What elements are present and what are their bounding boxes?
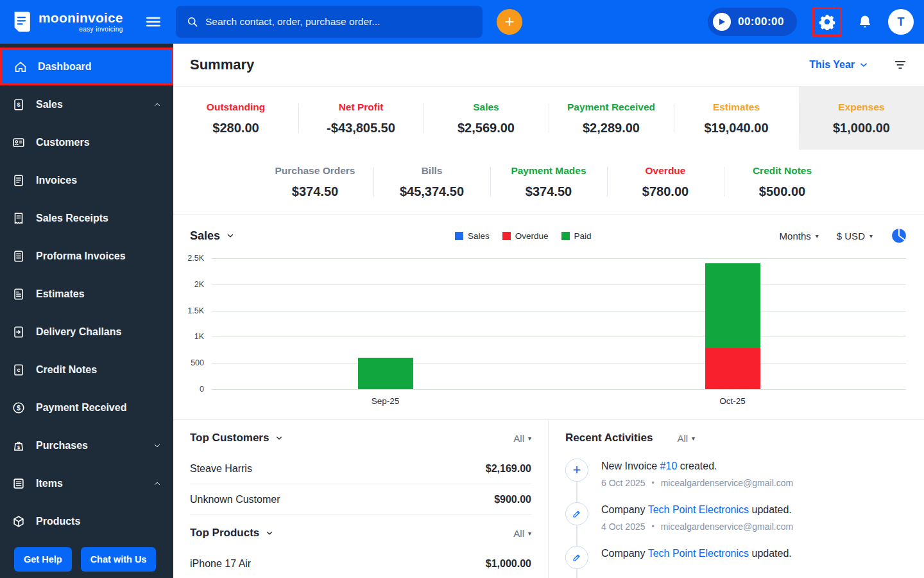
summary-cards: Outstanding$280.00Net Profit-$43,805.50S… <box>173 87 924 215</box>
top-customer-row[interactable]: Unknown Customer$900.00 <box>190 484 531 515</box>
settings-button[interactable] <box>812 7 842 37</box>
sidebar-item-label: Invoices <box>36 175 77 186</box>
hamburger-menu-icon[interactable] <box>145 13 162 30</box>
summary-card-label: Credit Notes <box>753 165 812 177</box>
sidebar-item-dashboard[interactable]: Dashboard <box>0 48 173 85</box>
activity-text: Company Tech Point Electronics updated. <box>601 546 792 569</box>
legend-swatch <box>455 232 463 240</box>
activity-date: 4 Oct 2025 <box>601 521 646 532</box>
pencil-icon <box>565 502 588 525</box>
chart-title: Sales <box>190 229 220 243</box>
get-help-button[interactable]: Get Help <box>14 547 72 572</box>
summary-row-1: Outstanding$280.00Net Profit-$43,805.50S… <box>173 87 924 150</box>
sidebar-item-label: Customers <box>36 137 90 148</box>
top-customers-list: Steave Harris$2,169.00Unknown Customer$9… <box>190 453 531 515</box>
sidebar-item-sales-receipts[interactable]: Sales Receipts <box>0 199 173 237</box>
top-customers-title-dropdown[interactable]: Top Customers <box>190 432 284 444</box>
recent-activities-filter[interactable]: All▾ <box>677 433 695 444</box>
summary-card-credit-notes[interactable]: Credit Notes$500.00 <box>724 150 841 214</box>
summary-card-outstanding[interactable]: Outstanding$280.00 <box>173 87 298 150</box>
top-customers-filter[interactable]: All▾ <box>513 433 531 444</box>
pie-chart-toggle-icon[interactable] <box>891 227 907 244</box>
activity-text: Company Tech Point Electronics updated.4… <box>601 502 793 532</box>
chevron-down-icon <box>859 60 869 70</box>
time-tracker[interactable]: 00:00:00 <box>708 8 797 36</box>
quick-add-button[interactable]: + <box>497 9 522 35</box>
sidebar-item-invoices[interactable]: Invoices <box>0 161 173 199</box>
summary-card-payment-mades[interactable]: Payment Mades$374.50 <box>490 150 607 214</box>
sidebar-item-customers[interactable]: Customers <box>0 123 173 161</box>
top-products-title-dropdown[interactable]: Top Products <box>190 527 274 539</box>
sidebar-item-sales[interactable]: $Sales <box>0 85 173 123</box>
sidebar-item-proforma-invoices[interactable]: Proforma Invoices <box>0 237 173 275</box>
sidebar-item-estimates[interactable]: Estimates <box>0 275 173 313</box>
activity-link[interactable]: Tech Point Electronics <box>648 504 749 515</box>
summary-card-expenses[interactable]: Expenses$1,000.00 <box>799 87 924 150</box>
top-products-filter[interactable]: All▾ <box>513 528 531 539</box>
chat-with-us-button[interactable]: Chat with Us <box>81 547 157 572</box>
search-input[interactable] <box>205 16 472 28</box>
summary-card-estimates[interactable]: Estimates$19,040.00 <box>674 87 799 150</box>
brand[interactable]: mooninvoice easy invoicing <box>9 10 123 34</box>
filter-icon[interactable] <box>893 58 907 72</box>
currency-dropdown[interactable]: $ USD▾ <box>837 231 873 241</box>
sidebar-item-payment-received[interactable]: $Payment Received <box>0 389 173 426</box>
top-customer-amount: $900.00 <box>494 494 531 505</box>
legend-item-paid[interactable]: Paid <box>561 231 592 241</box>
legend-item-overdue[interactable]: Overdue <box>502 231 549 241</box>
sidebar-footer: Get Help Chat with Us <box>0 547 173 572</box>
bar-chart-plot: 05001K1.5K2K2.5K <box>212 258 906 389</box>
gear-icon <box>819 13 835 30</box>
months-dropdown[interactable]: Months▾ <box>780 231 819 241</box>
activity-meta: 4 Oct 2025•micealgardenservice@gmail.com <box>601 521 793 532</box>
top-lists-panel: Top Customers All▾ Steave Harris$2,169.0… <box>173 420 549 578</box>
delivery-icon <box>12 325 26 339</box>
activity-title: New Invoice #10 created. <box>601 459 793 472</box>
activity-link[interactable]: #10 <box>660 460 678 471</box>
summary-card-bills[interactable]: Bills$45,374.50 <box>373 150 490 214</box>
notifications-bell-icon[interactable] <box>857 14 873 30</box>
home-icon <box>13 60 28 74</box>
bottom-panels: Top Customers All▾ Steave Harris$2,169.0… <box>173 419 924 578</box>
summary-card-label: Outstanding <box>207 101 265 113</box>
sidebar-item-products[interactable]: Products <box>0 502 173 540</box>
activity-text-suffix: updated. <box>749 504 792 515</box>
play-icon[interactable] <box>713 13 731 31</box>
chart-gridline <box>212 337 906 337</box>
chart-title-dropdown[interactable]: Sales <box>190 229 235 243</box>
activity-link[interactable]: Tech Point Electronics <box>648 548 749 559</box>
period-selector[interactable]: This Year <box>809 59 869 71</box>
recent-activities-title: Recent Activities <box>565 432 653 444</box>
sidebar-item-label: Products <box>36 516 80 527</box>
summary-card-label: Overdue <box>646 165 686 177</box>
activity-item: +New Invoice #10 created.6 Oct 2025•mice… <box>565 455 907 498</box>
summary-card-purchase-orders[interactable]: Purchase Orders$374.50 <box>257 150 373 214</box>
global-search <box>176 6 483 38</box>
user-avatar[interactable]: T <box>888 9 914 35</box>
top-customer-row[interactable]: Steave Harris$2,169.00 <box>190 453 531 484</box>
activity-item: Company Tech Point Electronics updated.4… <box>565 498 907 542</box>
top-customers-title: Top Customers <box>190 432 269 444</box>
top-customer-name: Steave Harris <box>190 463 252 475</box>
svg-text:$: $ <box>17 444 20 450</box>
chart-gridline <box>212 311 906 311</box>
chart-gridline <box>212 389 906 390</box>
receipt-icon <box>12 211 26 225</box>
summary-card-net-profit[interactable]: Net Profit-$43,805.50 <box>298 87 424 150</box>
summary-card-value: $1,000.00 <box>833 121 890 136</box>
summary-card-overdue[interactable]: Overdue$780.00 <box>607 150 724 214</box>
dropdown-arrow-icon: ▾ <box>528 435 531 442</box>
summary-card-payment-received[interactable]: Payment Received$2,289.00 <box>549 87 674 150</box>
summary-card-value: $374.50 <box>292 184 338 199</box>
sidebar-item-label: Sales Receipts <box>36 213 108 224</box>
chevron-down-icon <box>275 434 284 442</box>
summary-card-sales[interactable]: Sales$2,569.00 <box>424 87 549 150</box>
payment-received-icon: $ <box>12 401 26 415</box>
top-product-row[interactable]: iPhone 17 Air$1,000.00 <box>190 548 531 578</box>
sidebar-item-items[interactable]: Items <box>0 464 173 502</box>
sidebar-item-credit-notes[interactable]: cCredit Notes <box>0 351 173 389</box>
legend-item-sales[interactable]: Sales <box>455 231 490 241</box>
credit-note-icon: c <box>12 363 26 377</box>
sidebar-item-purchases[interactable]: $Purchases <box>0 426 173 464</box>
sidebar-item-delivery-challans[interactable]: Delivery Challans <box>0 313 173 351</box>
